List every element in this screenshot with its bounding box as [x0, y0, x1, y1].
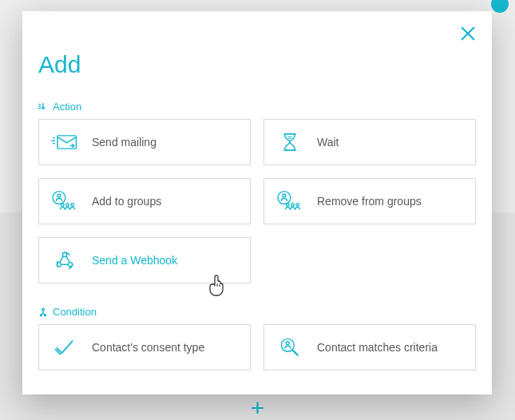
- svg-point-2: [57, 194, 61, 197]
- svg-point-6: [61, 204, 65, 207]
- condition-consent-type-label: Contact's consent type: [92, 341, 204, 354]
- svg-point-11: [287, 204, 290, 207]
- add-groups-icon: [50, 187, 79, 216]
- section-label-condition: Condition: [38, 306, 476, 318]
- close-icon: [459, 25, 477, 42]
- svg-point-3: [66, 204, 69, 207]
- action-remove-from-groups[interactable]: Remove from groups: [263, 178, 476, 224]
- action-send-mailing-label: Send mailing: [92, 136, 156, 149]
- dialog-title: Add: [38, 51, 476, 78]
- svg-point-15: [42, 308, 45, 311]
- plus-icon: +: [251, 396, 265, 420]
- svg-point-4: [71, 204, 74, 207]
- action-send-webhook-label: Send a Webhook: [92, 254, 177, 267]
- section-label-action-text: Action: [53, 101, 81, 113]
- action-remove-from-groups-label: Remove from groups: [317, 195, 422, 208]
- mail-icon: [50, 128, 79, 157]
- action-wait[interactable]: Wait: [263, 119, 476, 165]
- svg-point-19: [286, 342, 289, 345]
- condition-grid: Contact's consent type Contact matches c…: [38, 324, 476, 370]
- action-grid: Send mailing Wait: [38, 119, 476, 283]
- condition-consent-type[interactable]: Contact's consent type: [38, 324, 251, 370]
- condition-matches-criteria-label: Contact matches criteria: [317, 341, 438, 354]
- section-label-condition-text: Condition: [53, 306, 97, 318]
- action-send-webhook[interactable]: Send a Webhook: [38, 237, 251, 283]
- hourglass-icon: [275, 128, 304, 157]
- condition-matches-criteria[interactable]: Contact matches criteria: [263, 324, 476, 370]
- svg-point-7: [278, 192, 291, 204]
- svg-point-5: [76, 204, 79, 207]
- action-section-icon: [38, 102, 48, 112]
- action-send-mailing[interactable]: Send mailing: [38, 119, 251, 165]
- svg-point-1: [53, 192, 65, 204]
- check-icon: [50, 333, 79, 362]
- svg-point-9: [291, 204, 295, 207]
- action-wait-label: Wait: [317, 136, 339, 149]
- condition-section-icon: [38, 307, 48, 317]
- add-dialog: Add Action Send mailing: [22, 11, 492, 394]
- section-label-action: Action: [38, 101, 476, 113]
- webhook-icon: [50, 246, 79, 275]
- search-person-icon: [275, 333, 304, 362]
- action-add-to-groups-label: Add to groups: [92, 195, 161, 208]
- svg-point-10: [296, 204, 299, 207]
- remove-groups-icon: [275, 187, 304, 216]
- svg-point-8: [283, 194, 286, 197]
- action-add-to-groups[interactable]: Add to groups: [38, 178, 251, 224]
- close-button[interactable]: [457, 22, 479, 45]
